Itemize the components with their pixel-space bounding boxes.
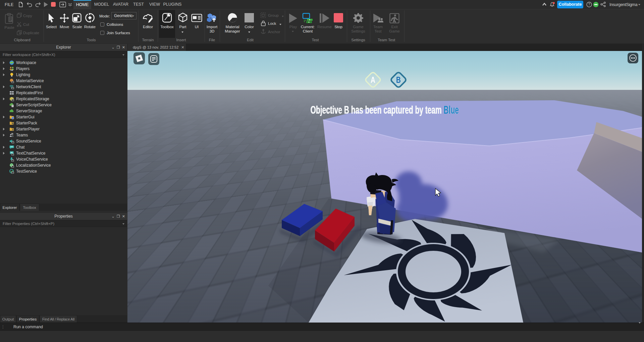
- svg-text:?: ?: [588, 3, 590, 6]
- svg-text:A: A: [371, 75, 375, 85]
- svg-text:B: B: [396, 75, 401, 85]
